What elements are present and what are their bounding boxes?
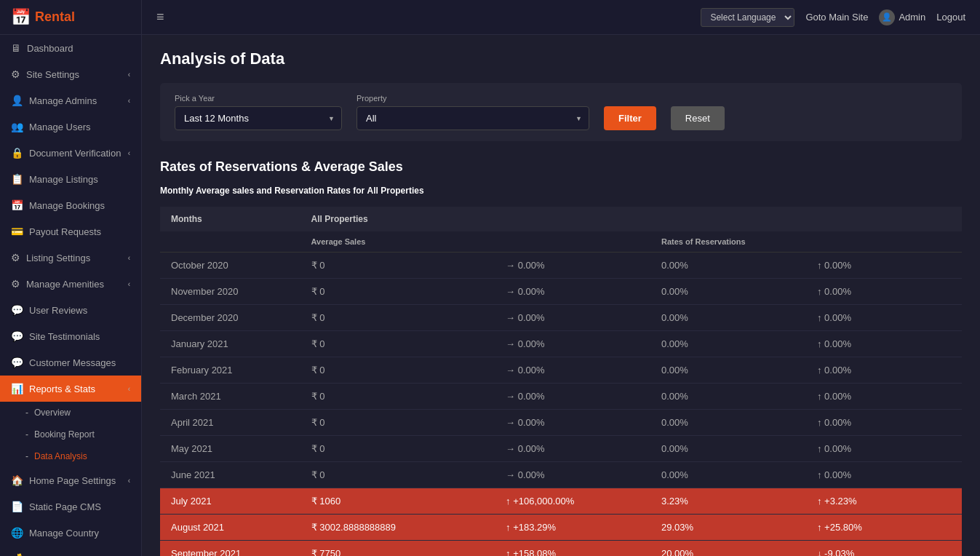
- sidebar-item-left: 💰 Manage Currency: [11, 553, 104, 556]
- hamburger-icon[interactable]: ≡: [156, 9, 164, 25]
- cell-avg-pct: → 0.00%: [495, 436, 650, 462]
- sidebar-sub-data-analysis[interactable]: - Data Analysis: [0, 445, 141, 467]
- cell-avg-sales: ₹ 1060: [300, 488, 495, 515]
- sidebar-icon-home-page-settings: 🏠: [11, 474, 23, 486]
- sidebar-item-home-page-settings[interactable]: 🏠 Home Page Settings ‹: [0, 467, 141, 493]
- goto-main-link[interactable]: Goto Main Site: [805, 12, 868, 23]
- sidebar-item-manage-listings[interactable]: 📋 Manage Listings: [0, 166, 141, 192]
- sidebar-icon-site-testimonials: 💬: [11, 330, 23, 342]
- sidebar-label-site-testimonials: Site Testimonials: [29, 331, 100, 342]
- sidebar-item-listing-settings[interactable]: ⚙ Listing Settings ‹: [0, 245, 141, 271]
- sidebar-label-home-page-settings: Home Page Settings: [29, 475, 116, 486]
- sidebar-item-manage-currency[interactable]: 💰 Manage Currency: [0, 546, 141, 556]
- sidebar-label-reports-stats: Reports & Stats: [29, 384, 95, 394]
- sidebar-item-site-testimonials[interactable]: 💬 Site Testimonials: [0, 323, 141, 349]
- logout-button[interactable]: Logout: [936, 12, 965, 23]
- table-row: June 2021 ₹ 0 → 0.00% 0.00% ↑ 0.00%: [160, 462, 962, 488]
- cell-month: September 2021: [160, 541, 300, 557]
- chevron-icon: ‹: [128, 254, 130, 262]
- cell-avg-pct: ↑ +106,000.00%: [495, 488, 650, 515]
- admin-user: 👤 Admin: [879, 9, 925, 25]
- cell-avg-sales: ₹ 0: [300, 253, 495, 279]
- sidebar-item-left: 📄 Static Page CMS: [11, 501, 101, 512]
- cell-res-rate: 0.00%: [650, 410, 806, 436]
- sidebar-item-left: 💬 User Reviews: [11, 304, 87, 316]
- chevron-icon: ‹: [128, 385, 130, 393]
- property-select[interactable]: All: [356, 106, 589, 130]
- sidebar-item-left: ⚙ Manage Amenities: [11, 278, 104, 290]
- cell-res-pct: ↑ 0.00%: [806, 436, 962, 462]
- language-select[interactable]: Select Language: [701, 8, 794, 27]
- admin-avatar: 👤: [879, 9, 895, 25]
- sidebar-sub-booking-report[interactable]: - Booking Report: [0, 424, 141, 445]
- cell-avg-sales: ₹ 0: [300, 331, 495, 357]
- sidebar-item-manage-amenities[interactable]: ⚙ Manage Amenities ‹: [0, 271, 141, 297]
- sidebar-item-user-reviews[interactable]: 💬 User Reviews: [0, 297, 141, 323]
- cell-avg-pct: → 0.00%: [495, 384, 650, 410]
- cell-avg-sales: ₹ 3002.8888888889: [300, 515, 495, 541]
- sidebar-item-left: 🌐 Manage Country: [11, 527, 99, 539]
- chevron-icon: ‹: [128, 280, 130, 288]
- sidebar-label-manage-currency: Manage Currency: [29, 554, 104, 557]
- sidebar-item-document-verification[interactable]: 🔒 Document Verification ‹: [0, 140, 141, 166]
- sidebar-item-left: 👤 Manage Admins: [11, 95, 97, 106]
- filter-button[interactable]: Filter: [604, 106, 656, 130]
- chevron-icon: ‹: [128, 149, 130, 157]
- sidebar-sub-overview[interactable]: - Overview: [0, 402, 141, 424]
- cell-avg-sales: ₹ 0: [300, 462, 495, 488]
- cell-avg-pct: → 0.00%: [495, 410, 650, 436]
- main-content: Analysis of Data Pick a Year Last 12 Mon…: [142, 35, 980, 556]
- sidebar-item-site-settings[interactable]: ⚙ Site Settings ‹: [0, 61, 141, 87]
- sidebar-item-left: 💬 Customer Messages: [11, 357, 116, 368]
- sidebar-label-user-reviews: User Reviews: [29, 305, 87, 316]
- sidebar-item-customer-messages[interactable]: 💬 Customer Messages: [0, 349, 141, 376]
- cell-res-rate: 0.00%: [650, 384, 806, 410]
- sidebar-logo: 📅 Rental: [0, 0, 141, 35]
- cell-res-pct: ↑ 0.00%: [806, 253, 962, 279]
- col-avg-pct: [495, 231, 650, 253]
- cell-res-pct: ↑ +25.80%: [806, 515, 962, 541]
- sidebar-item-left: 📋 Manage Listings: [11, 173, 98, 185]
- sidebar-item-left: 👥 Manage Users: [11, 121, 91, 132]
- table-body: October 2020 ₹ 0 → 0.00% 0.00% ↑ 0.00% N…: [160, 253, 962, 557]
- sidebar-item-payout-requests[interactable]: 💳 Payout Requests: [0, 218, 141, 245]
- year-filter-group: Pick a Year Last 12 Months: [175, 94, 342, 130]
- sidebar-item-left: ⚙ Listing Settings: [11, 252, 90, 263]
- data-table: Months All Properties Average Sales Rate…: [160, 207, 962, 556]
- year-select[interactable]: Last 12 Months: [175, 106, 342, 130]
- table-row: March 2021 ₹ 0 → 0.00% 0.00% ↑ 0.00%: [160, 384, 962, 410]
- sidebar-item-left: 💬 Site Testimonials: [11, 330, 100, 342]
- cell-res-pct: ↑ 0.00%: [806, 357, 962, 384]
- col-months-sub: [160, 231, 300, 253]
- cell-avg-pct: → 0.00%: [495, 357, 650, 384]
- cell-avg-sales: ₹ 7750: [300, 541, 495, 557]
- sidebar-item-dashboard[interactable]: 🖥 Dashboard: [0, 35, 141, 61]
- cell-res-rate: 0.00%: [650, 331, 806, 357]
- sidebar-item-manage-admins[interactable]: 👤 Manage Admins ‹: [0, 87, 141, 114]
- sidebar-item-left: 🖥 Dashboard: [11, 42, 73, 54]
- table-row: October 2020 ₹ 0 → 0.00% 0.00% ↑ 0.00%: [160, 253, 962, 279]
- cell-avg-pct: → 0.00%: [495, 462, 650, 488]
- cell-avg-sales: ₹ 0: [300, 357, 495, 384]
- chevron-icon: ‹: [128, 71, 130, 79]
- sidebar-icon-customer-messages: 💬: [11, 357, 23, 368]
- section-title: Rates of Reservations & Average Sales: [160, 159, 962, 175]
- sidebar-item-static-page-cms[interactable]: 📄 Static Page CMS: [0, 493, 141, 520]
- sidebar-icon-document-verification: 🔒: [11, 147, 23, 159]
- cell-avg-pct: → 0.00%: [495, 279, 650, 305]
- sidebar-item-manage-bookings[interactable]: 📅 Manage Bookings: [0, 192, 141, 218]
- reset-button[interactable]: Reset: [671, 106, 725, 130]
- sub-dash: -: [25, 451, 28, 461]
- sidebar-item-manage-users[interactable]: 👥 Manage Users: [0, 114, 141, 140]
- sidebar-item-manage-country[interactable]: 🌐 Manage Country: [0, 520, 141, 546]
- cell-res-pct: ↑ 0.00%: [806, 331, 962, 357]
- sidebar-item-reports-stats[interactable]: 📊 Reports & Stats ‹: [0, 376, 141, 402]
- sidebar-label-manage-admins: Manage Admins: [29, 95, 97, 106]
- topnav-right: Select Language Goto Main Site 👤 Admin L…: [701, 8, 965, 27]
- sidebar-icon-manage-amenities: ⚙: [11, 278, 20, 290]
- property-select-wrapper: All: [356, 106, 589, 130]
- sidebar-nav: 🖥 Dashboard ⚙ Site Settings ‹ 👤 Manage A…: [0, 35, 141, 556]
- sidebar-label-payout-requests: Payout Requests: [29, 226, 101, 237]
- logo-icon: 📅: [11, 8, 31, 27]
- sidebar-label-manage-country: Manage Country: [29, 528, 99, 539]
